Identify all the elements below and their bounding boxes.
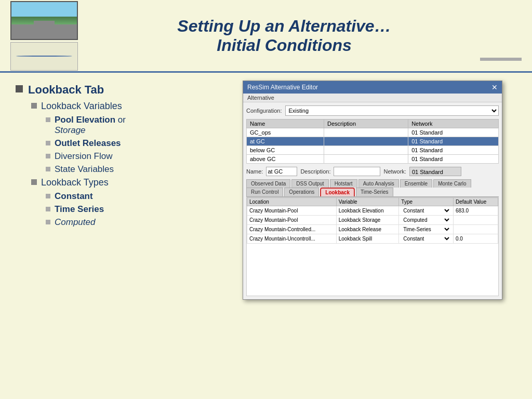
tab-monte-carlo[interactable]: Monte Carlo bbox=[433, 179, 471, 188]
lb-col-variable: Variable bbox=[336, 198, 399, 206]
table-cell-description bbox=[324, 128, 408, 137]
title-line1: Setting Up an Alternative… bbox=[88, 17, 480, 36]
lb-cell-type[interactable]: ConstantComputedTime-Series bbox=[399, 225, 454, 234]
bullet-icon-l2-types bbox=[31, 179, 37, 185]
table-cell-description bbox=[324, 155, 408, 164]
name-label: Name: bbox=[246, 168, 263, 175]
lb-cell-type[interactable]: ConstantComputedTime-Series bbox=[399, 206, 454, 216]
table-row[interactable]: at GC01 Standard bbox=[247, 137, 499, 146]
lb-cell-location: Crazy Mountain-Pool bbox=[247, 206, 337, 216]
bullet-icon-l3-outlet bbox=[46, 141, 50, 145]
dialog-body: Configuration: Existing Name Description… bbox=[243, 102, 502, 299]
table-row[interactable]: below GC01 Standard bbox=[247, 146, 499, 155]
lookback-row[interactable]: Crazy Mountain-PoolLookback ElevationCon… bbox=[247, 206, 498, 216]
constant-label: Constant bbox=[55, 191, 93, 202]
outlet-releases-label: Outlet Releases bbox=[55, 138, 121, 149]
header-line bbox=[480, 58, 522, 61]
empty-area bbox=[247, 244, 498, 296]
title-line2: Initial Conditions bbox=[88, 36, 480, 55]
bullet-icon-l3-computed bbox=[46, 220, 50, 224]
tabs-container-2: Run Control Operations Lookback Time-Ser… bbox=[246, 188, 499, 196]
type-select[interactable]: ConstantComputedTime-Series bbox=[401, 226, 451, 233]
state-variables-label: State Variables bbox=[55, 164, 114, 175]
lookback-row[interactable]: Crazy Mountain-Controlled...Lookback Rel… bbox=[247, 225, 498, 234]
table-cell-network: 01 Standard bbox=[408, 128, 499, 137]
table-row[interactable]: GC_ops01 Standard bbox=[247, 128, 499, 137]
lookback-tab-label: Lookback Tab bbox=[28, 83, 104, 97]
dialog-titlebar: ResSim Alternative Editor ✕ bbox=[243, 81, 502, 94]
lb-cell-variable: Lookback Release bbox=[336, 225, 399, 234]
dialog-title: ResSim Alternative Editor bbox=[247, 84, 318, 91]
config-row: Configuration: Existing bbox=[246, 105, 499, 116]
lb-col-default: Default Value bbox=[453, 198, 498, 206]
tab-time-series[interactable]: Time-Series bbox=[356, 188, 393, 196]
bullet-icon-l2-vars bbox=[31, 103, 37, 109]
diversion-flow-label: Diversion Flow bbox=[55, 151, 112, 162]
lookback-types-item: Lookback Types bbox=[31, 177, 203, 188]
tab-dss-output[interactable]: DSS Output bbox=[291, 179, 328, 188]
tab-auto-analysis[interactable]: Auto Analysis bbox=[358, 179, 399, 188]
dam-image bbox=[10, 1, 78, 40]
network-display: 01 Standard bbox=[409, 167, 461, 176]
header-title: Setting Up an Alternative… Initial Condi… bbox=[88, 17, 480, 55]
computed-item: Computed bbox=[46, 217, 203, 228]
outlet-releases-item: Outlet Releases bbox=[46, 138, 203, 149]
state-variables-item: State Variables bbox=[46, 164, 203, 175]
desc-label: Description: bbox=[300, 168, 330, 175]
right-panel: ResSim Alternative Editor ✕ Alternative … bbox=[218, 73, 532, 399]
lb-cell-type[interactable]: ConstantComputedTime-Series bbox=[399, 216, 454, 225]
col-network: Network bbox=[408, 119, 499, 128]
lookback-section: Location Variable Type Default Value Cra… bbox=[246, 197, 499, 296]
lookback-row[interactable]: Crazy Mountain-Uncontroll...Lookback Spi… bbox=[247, 234, 498, 244]
bullet-icon-l3-diversion bbox=[46, 154, 50, 158]
lookback-types-label: Lookback Types bbox=[41, 177, 109, 188]
table-row[interactable]: above GC01 Standard bbox=[247, 155, 499, 164]
lookback-table: Location Variable Type Default Value Cra… bbox=[247, 197, 498, 244]
diagram-image bbox=[10, 42, 78, 71]
main-content: Lookback Tab Lookback Variables Pool Ele… bbox=[0, 73, 532, 399]
tab-hotstart[interactable]: Hotstart bbox=[330, 179, 357, 188]
desc-input[interactable] bbox=[334, 167, 380, 176]
name-desc-row: Name: Description: Network: 01 Standard bbox=[246, 167, 499, 176]
config-label: Configuration: bbox=[246, 108, 282, 114]
col-name: Name bbox=[247, 119, 324, 128]
constant-item: Constant bbox=[46, 191, 203, 202]
lb-cell-type[interactable]: ConstantComputedTime-Series bbox=[399, 234, 454, 244]
pool-elevation-item: Pool Elevation orStorage bbox=[46, 115, 203, 136]
lb-cell-default bbox=[453, 225, 498, 234]
computed-label: Computed bbox=[55, 217, 95, 228]
pool-elevation-label: Pool Elevation orStorage bbox=[55, 115, 126, 136]
name-input[interactable] bbox=[266, 167, 297, 176]
lb-cell-location: Crazy Mountain-Uncontroll... bbox=[247, 234, 337, 244]
tab-operations[interactable]: Operations bbox=[284, 188, 319, 196]
lb-col-type: Type bbox=[399, 198, 454, 206]
type-select[interactable]: ConstantComputedTime-Series bbox=[401, 207, 451, 214]
tab-run-control[interactable]: Run Control bbox=[246, 188, 283, 196]
lb-cell-variable: Lookback Elevation bbox=[336, 206, 399, 216]
time-series-label: Time Series bbox=[55, 204, 104, 215]
table-cell-name: below GC bbox=[247, 146, 324, 155]
network-label: Network: bbox=[383, 168, 406, 175]
config-select[interactable]: Existing bbox=[285, 105, 499, 116]
table-cell-description bbox=[324, 146, 408, 155]
lb-col-location: Location bbox=[247, 198, 337, 206]
table-cell-network: 01 Standard bbox=[408, 137, 499, 146]
tabs-container-1: Observed Data DSS Output Hotstart Auto A… bbox=[246, 179, 499, 188]
bullet-icon-l1 bbox=[16, 85, 23, 92]
tab-ensemble[interactable]: Ensemble bbox=[400, 179, 432, 188]
header-images bbox=[10, 1, 78, 71]
lb-cell-default: 0.0 bbox=[453, 234, 498, 244]
bullet-icon-l3-constant bbox=[46, 194, 50, 198]
lookback-variables-section: Lookback Variables Pool Elevation orStor… bbox=[31, 101, 203, 228]
lb-cell-default: 683.0 bbox=[453, 206, 498, 216]
tab-observed-data[interactable]: Observed Data bbox=[246, 179, 290, 188]
lookback-variables-item: Lookback Variables bbox=[31, 101, 203, 112]
table-cell-name: above GC bbox=[247, 155, 324, 164]
time-series-item: Time Series bbox=[46, 204, 203, 215]
type-select[interactable]: ConstantComputedTime-Series bbox=[401, 235, 451, 242]
close-button[interactable]: ✕ bbox=[491, 83, 498, 91]
tab-lookback[interactable]: Lookback bbox=[320, 188, 355, 196]
type-select[interactable]: ConstantComputedTime-Series bbox=[401, 217, 451, 223]
menu-alternative[interactable]: Alternative bbox=[247, 95, 274, 101]
lookback-row[interactable]: Crazy Mountain-PoolLookback StorageConst… bbox=[247, 216, 498, 225]
